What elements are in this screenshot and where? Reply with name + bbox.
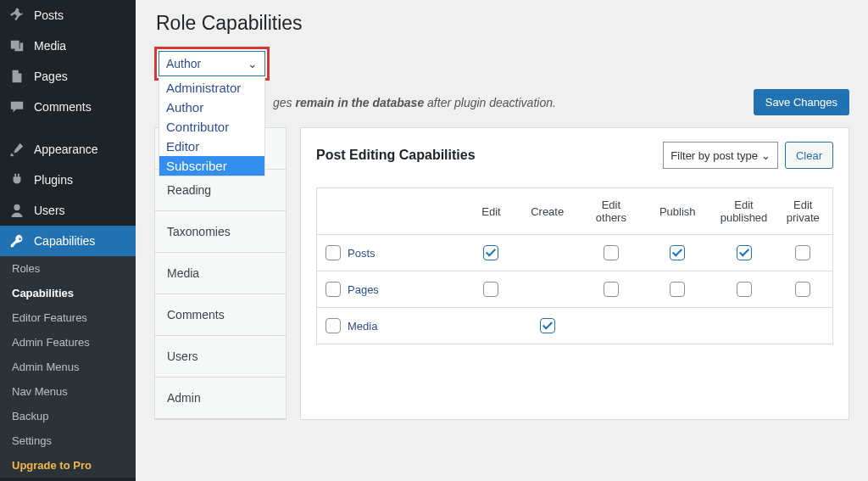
- cap-posts-publish[interactable]: [670, 245, 685, 260]
- sidebar-item-capabilities[interactable]: Capabilities: [0, 226, 136, 256]
- table-row: Media: [317, 308, 833, 344]
- page-title: Role Capabilities: [156, 12, 849, 35]
- cap-posts-edit[interactable]: [483, 245, 498, 260]
- notice-prefix: ges: [273, 96, 295, 109]
- media-icon: [8, 37, 25, 54]
- role-option-contributor[interactable]: Contributor: [159, 117, 264, 137]
- filter-select-label: Filter by post type: [670, 149, 758, 162]
- sidebar-item-label: Users: [34, 204, 65, 217]
- table-header-row: Edit Create Edit others Publish Edit pub…: [317, 188, 833, 235]
- capabilities-table: Edit Create Edit others Publish Edit pub…: [316, 187, 833, 344]
- plug-icon: [8, 171, 25, 188]
- tab-comments[interactable]: Comments: [155, 294, 286, 336]
- key-icon: [8, 232, 25, 249]
- row-select-media[interactable]: [326, 318, 341, 333]
- sidebar-item-label: Media: [34, 39, 66, 53]
- row-select-posts[interactable]: [326, 245, 341, 260]
- notice-bold: remain in the database: [295, 96, 424, 109]
- capabilities-panel: Post Editing Capabilities Filter by post…: [300, 127, 849, 420]
- role-option-editor[interactable]: Editor: [159, 137, 264, 156]
- panel-title: Post Editing Capabilities: [316, 148, 476, 163]
- sidebar-sub-upgrade[interactable]: Upgrade to Pro: [0, 453, 136, 478]
- sidebar-sub-settings[interactable]: Settings: [0, 428, 136, 453]
- tab-taxonomies[interactable]: Taxonomies: [155, 211, 286, 253]
- role-option-administrator[interactable]: Administrator: [159, 78, 264, 98]
- sidebar-item-plugins[interactable]: Plugins: [0, 165, 136, 195]
- cap-pages-edit-private[interactable]: [795, 282, 810, 297]
- sidebar-item-pages[interactable]: Pages: [0, 61, 136, 92]
- role-select-dropdown: Administrator Author Contributor Editor …: [159, 78, 265, 176]
- col-publish: Publish: [641, 188, 715, 235]
- cap-pages-publish[interactable]: [670, 282, 685, 297]
- comment-icon: [8, 98, 25, 115]
- col-edit-private: Edit private: [774, 188, 833, 235]
- sidebar-item-users[interactable]: Users: [0, 195, 136, 226]
- save-changes-button[interactable]: Save Changes: [754, 89, 849, 115]
- chevron-down-icon: ⌄: [248, 57, 258, 70]
- col-edit: Edit: [470, 188, 514, 235]
- filter-post-type-select[interactable]: Filter by post type ⌄: [663, 142, 778, 169]
- cap-posts-edit-private[interactable]: [795, 245, 810, 260]
- cap-posts-edit-published[interactable]: [737, 245, 752, 260]
- chevron-down-icon: ⌄: [761, 149, 771, 162]
- sidebar-item-media[interactable]: Media: [0, 31, 136, 61]
- tab-users[interactable]: Users: [155, 336, 286, 378]
- cap-pages-edit-published[interactable]: [737, 282, 752, 297]
- sidebar-item-label: Capabilities: [34, 234, 95, 248]
- tab-admin[interactable]: Admin: [155, 378, 286, 419]
- col-edit-others: Edit others: [581, 188, 641, 235]
- cap-posts-edit-others[interactable]: [604, 245, 619, 260]
- col-edit-published: Edit published: [715, 188, 774, 235]
- sidebar-submenu: Roles Capabilities Editor Features Admin…: [0, 256, 136, 478]
- sidebar-sub-capabilities[interactable]: Capabilities: [0, 281, 136, 305]
- sidebar-sub-admin-features[interactable]: Admin Features: [0, 330, 136, 355]
- role-select-highlight-box: Author ⌄ Administrator Author Contributo…: [154, 47, 270, 81]
- role-option-author[interactable]: Author: [159, 98, 264, 117]
- sidebar-item-label: Pages: [34, 70, 68, 83]
- sidebar-item-comments[interactable]: Comments: [0, 92, 136, 122]
- row-link-pages[interactable]: Pages: [348, 283, 379, 296]
- admin-sidebar: Posts Media Pages Comments Appearance Pl…: [0, 0, 136, 481]
- sidebar-sub-roles[interactable]: Roles: [0, 256, 136, 281]
- role-select[interactable]: Author ⌄: [159, 51, 265, 76]
- sidebar-item-appearance[interactable]: Appearance: [0, 134, 136, 165]
- notice-suffix: after plugin deactivation.: [424, 96, 556, 109]
- pin-icon: [8, 7, 25, 24]
- brush-icon: [8, 141, 25, 158]
- sidebar-sub-nav-menus[interactable]: Nav Menus: [0, 379, 136, 404]
- role-select-value: Author: [166, 57, 201, 70]
- clear-button[interactable]: Clear: [785, 142, 833, 169]
- sidebar-item-posts[interactable]: Posts: [0, 0, 136, 31]
- row-link-posts[interactable]: Posts: [348, 247, 376, 260]
- tab-media[interactable]: Media: [155, 253, 286, 294]
- sidebar-sub-backup[interactable]: Backup: [0, 404, 136, 428]
- row-select-pages[interactable]: [326, 282, 341, 297]
- sidebar-item-label: Posts: [34, 8, 64, 22]
- row-link-media[interactable]: Media: [348, 320, 377, 333]
- table-row: Pages: [317, 271, 833, 308]
- cap-pages-edit-others[interactable]: [604, 282, 619, 297]
- sidebar-sub-admin-menus[interactable]: Admin Menus: [0, 355, 136, 379]
- cap-media-create[interactable]: [540, 318, 555, 333]
- user-icon: [8, 202, 25, 219]
- main-content: Role Capabilities Author ⌄ Administrator…: [136, 0, 868, 481]
- table-row: Posts: [317, 235, 833, 271]
- sidebar-item-label: Plugins: [34, 173, 73, 187]
- sidebar-item-label: Comments: [34, 100, 92, 114]
- sidebar-sub-editor-features[interactable]: Editor Features: [0, 305, 136, 330]
- cap-pages-edit[interactable]: [483, 282, 498, 297]
- sidebar-item-label: Appearance: [34, 143, 98, 156]
- role-option-subscriber[interactable]: Subscriber: [159, 156, 264, 176]
- col-create: Create: [513, 188, 581, 235]
- page-icon: [8, 68, 25, 85]
